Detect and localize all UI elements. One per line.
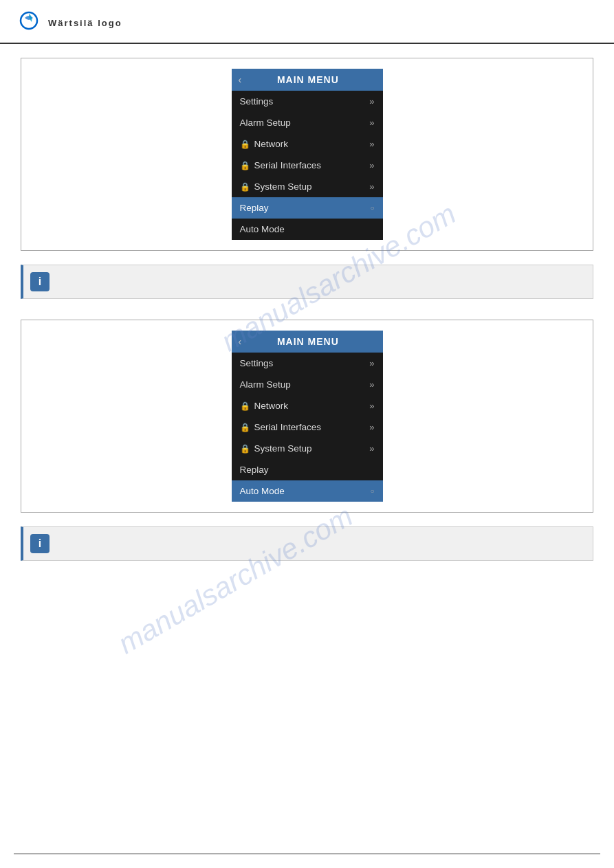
menu-item-serial-1[interactable]: 🔒 Serial Interfaces » [232,155,383,176]
arrow-icon-serial-1: » [369,160,374,170]
page-header: Wärtsilä logo [0,0,614,44]
menu-wrapper-2: ‹ MAIN MENU Settings » Alarm Setup » 🔒 N… [21,320,593,513]
menu-header-2[interactable]: ‹ MAIN MENU [232,331,383,353]
menu-title-2: MAIN MENU [247,336,375,347]
menu-item-label-system-1: System Setup [254,181,312,192]
arrow-icon-serial-2: » [369,422,374,432]
menu-item-replay-1[interactable]: Replay ○ [232,197,383,219]
wartsila-logo-text: Wärtsilä logo [48,18,122,28]
main-menu-2: ‹ MAIN MENU Settings » Alarm Setup » 🔒 N… [232,331,383,502]
arrow-icon-settings-1: » [369,96,374,107]
lock-icon-system-1: 🔒 [240,182,250,192]
menu-item-label-alarm-2: Alarm Setup [240,379,291,390]
logo-container: Wärtsilä logo [14,8,122,37]
lock-icon-serial-1: 🔒 [240,161,250,170]
footer-divider [14,854,600,854]
menu-item-settings-1[interactable]: Settings » [232,91,383,112]
lock-icon-network-1: 🔒 [240,140,250,149]
wartsila-logo-icon [14,8,43,37]
menu-item-automode-2[interactable]: Auto Mode ○ [232,480,383,502]
arrow-icon-system-1: » [369,181,374,192]
menu-item-label-system-2: System Setup [254,443,312,454]
info-letter-1: i [39,276,41,288]
menu-item-automode-1[interactable]: Auto Mode [232,219,383,240]
menu-back-icon-1[interactable]: ‹ [239,74,242,85]
menu-section-2: ‹ MAIN MENU Settings » Alarm Setup » 🔒 N… [21,320,593,561]
menu-wrapper-1: ‹ MAIN MENU Settings » Alarm Setup » 🔒 N… [21,58,593,251]
menu-item-replay-2[interactable]: Replay [232,459,383,480]
menu-header-1[interactable]: ‹ MAIN MENU [232,69,383,91]
arrow-icon-alarm-1: » [369,118,374,128]
info-box-2: i [21,526,593,561]
lock-icon-serial-2: 🔒 [240,423,250,432]
menu-back-icon-2[interactable]: ‹ [239,336,242,347]
menu-item-label-network-2: Network [254,401,289,411]
menu-item-label-automode-2: Auto Mode [240,486,285,496]
menu-item-alarm-setup-2[interactable]: Alarm Setup » [232,374,383,395]
menu-item-settings-2[interactable]: Settings » [232,353,383,374]
info-letter-2: i [39,537,41,550]
arrow-icon-network-1: » [369,139,374,149]
menu-item-label-replay-1: Replay [240,203,269,213]
dot-icon-replay-1: ○ [370,204,374,212]
lock-icon-system-2: 🔒 [240,444,250,454]
menu-item-label-serial-2: Serial Interfaces [254,422,322,432]
info-icon-2: i [30,534,50,553]
menu-title-1: MAIN MENU [247,74,375,85]
arrow-icon-network-2: » [369,401,374,411]
menu-item-label-settings-1: Settings [240,96,274,107]
menu-item-serial-2[interactable]: 🔒 Serial Interfaces » [232,416,383,438]
dot-icon-automode-2: ○ [370,487,374,495]
main-content: ‹ MAIN MENU Settings » Alarm Setup » 🔒 N… [0,44,614,575]
menu-item-label-replay-2: Replay [240,465,269,475]
lock-icon-network-2: 🔒 [240,401,250,411]
menu-item-label-network-1: Network [254,139,289,149]
menu-item-alarm-setup-1[interactable]: Alarm Setup » [232,112,383,133]
menu-section-1: ‹ MAIN MENU Settings » Alarm Setup » 🔒 N… [21,58,593,299]
menu-item-label-serial-1: Serial Interfaces [254,160,322,170]
menu-item-label-alarm-1: Alarm Setup [240,118,291,128]
arrow-icon-system-2: » [369,443,374,454]
menu-item-system-2[interactable]: 🔒 System Setup » [232,438,383,459]
svg-point-0 [21,12,37,29]
menu-item-label-settings-2: Settings [240,358,274,368]
arrow-icon-settings-2: » [369,358,374,368]
menu-item-network-2[interactable]: 🔒 Network » [232,395,383,416]
menu-item-label-automode-1: Auto Mode [240,224,285,234]
info-box-1: i [21,265,593,299]
main-menu-1: ‹ MAIN MENU Settings » Alarm Setup » 🔒 N… [232,69,383,240]
arrow-icon-alarm-2: » [369,379,374,390]
menu-item-system-1[interactable]: 🔒 System Setup » [232,176,383,197]
info-icon-1: i [30,272,50,291]
menu-item-network-1[interactable]: 🔒 Network » [232,133,383,155]
